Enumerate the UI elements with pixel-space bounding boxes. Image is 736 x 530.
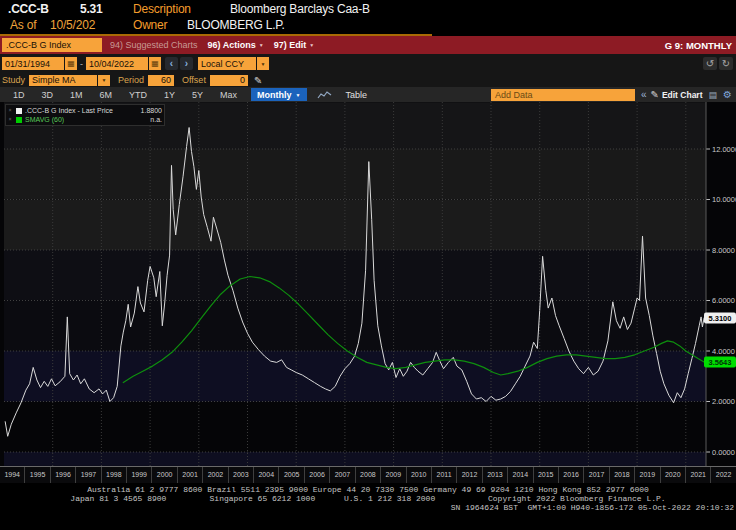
calendar-icon[interactable]: ▦	[65, 57, 77, 70]
smavg-badge-label: 3.5643	[709, 358, 732, 367]
caret-down-icon: ▼	[296, 92, 301, 98]
redo-button[interactable]: ↻	[719, 57, 733, 70]
band-6-8	[4, 250, 706, 301]
chart-legend[interactable]: « .CCC-B G Index - Last Price 1.8800 « S…	[5, 104, 165, 126]
legend-row-price[interactable]: « .CCC-B G Index - Last Price 1.8800	[8, 106, 162, 115]
ytick-label-0: 0.0000	[712, 448, 735, 457]
year-label-2018: 2018	[609, 467, 634, 484]
tab-range-6m[interactable]: 6M	[96, 90, 117, 100]
tab-range-5y[interactable]: 5Y	[188, 90, 207, 100]
calendar-icon[interactable]: ▦	[149, 57, 161, 70]
tab-range-1m[interactable]: 1M	[66, 90, 87, 100]
tab-range-ytd[interactable]: YTD	[125, 90, 151, 100]
smavg-series-label: SMAVG (60)	[25, 116, 64, 123]
footer-contact-line1: Australia 61 2 9777 8600 Brazil 5511 239…	[0, 486, 736, 494]
edit-chart-button[interactable]: Edit Chart	[662, 90, 703, 100]
asof-value: 10/5/202	[50, 17, 95, 33]
price-series-swatch	[16, 108, 22, 114]
offset-input[interactable]: 0	[210, 75, 248, 86]
date-from-input[interactable]: 01/31/1994	[2, 57, 64, 70]
year-label-1997: 1997	[75, 467, 100, 484]
year-label-2009: 2009	[380, 467, 405, 484]
price-series-label: .CCC-B G Index - Last Price	[25, 107, 113, 114]
legend-expand-icon[interactable]: «	[8, 117, 14, 122]
bloomberg-terminal-window: .CCC-B 5.31 Description Bloomberg Barcla…	[0, 0, 736, 530]
price-chart[interactable]: 0.00002.00004.00006.00008.000010.000012.…	[0, 102, 736, 466]
band-4-6	[4, 301, 706, 352]
last-price-value: 5.31	[80, 1, 103, 17]
year-label-2016: 2016	[558, 467, 583, 484]
undo-button[interactable]: ↺	[703, 57, 717, 70]
year-label-2017: 2017	[583, 467, 608, 484]
year-label-2004: 2004	[253, 467, 278, 484]
caret-down-icon[interactable]: ▼	[257, 57, 269, 70]
edit-menu-button[interactable]: 97) Edit▼	[274, 40, 314, 50]
collapse-panel-icon[interactable]: «	[641, 89, 647, 100]
year-label-2015: 2015	[533, 467, 558, 484]
tab-table[interactable]: Table	[346, 90, 368, 100]
frequency-select[interactable]: Monthly▼	[251, 88, 306, 101]
year-label-2006: 2006	[304, 467, 329, 484]
period-input[interactable]: 60	[148, 75, 174, 86]
study-label: Study	[2, 75, 25, 85]
year-label-2005: 2005	[278, 467, 303, 484]
add-data-input[interactable]: Add Data	[491, 89, 635, 101]
band-8-10	[4, 200, 706, 251]
year-label-2001: 2001	[177, 467, 202, 484]
security-input[interactable]: .CCC-B G Index	[2, 38, 102, 52]
ytick-label-4: 4.0000	[712, 347, 735, 356]
gear-icon[interactable]: ⚙	[723, 89, 732, 100]
ytick-label-12: 12.0000	[712, 145, 736, 154]
year-label-2020: 2020	[660, 467, 685, 484]
year-label-2012: 2012	[456, 467, 481, 484]
ytick-label-2: 2.0000	[712, 397, 735, 406]
owner-label: Owner	[133, 17, 167, 33]
description-label: Description	[133, 1, 191, 17]
smavg-series-swatch	[16, 117, 22, 123]
year-label-2007: 2007	[329, 467, 354, 484]
study-toolbar: Study Simple MA ▼ Period 60 Offset 0 ✎	[0, 73, 736, 87]
band-0-2	[4, 402, 706, 453]
year-label-2002: 2002	[202, 467, 227, 484]
year-label-2010: 2010	[406, 467, 431, 484]
year-label-1994: 1994	[0, 467, 24, 484]
actions-menu-button[interactable]: 96) Actions▼	[208, 40, 264, 50]
prev-period-button[interactable]: ‹	[165, 57, 178, 70]
legend-row-smavg[interactable]: « SMAVG (60) n.a.	[8, 115, 162, 124]
security-ticker: .CCC-B	[8, 1, 49, 17]
smavg-series-value: n.a.	[150, 116, 162, 123]
year-label-2011: 2011	[431, 467, 456, 484]
caret-down-icon[interactable]: ▼	[98, 75, 110, 86]
study-select[interactable]: Simple MA	[29, 75, 97, 86]
period-label: Period	[118, 75, 144, 85]
legend-expand-icon[interactable]: «	[8, 108, 14, 113]
band-10-12	[4, 149, 706, 200]
pencil-icon[interactable]: ✎	[651, 89, 659, 100]
tab-range-3d[interactable]: 3D	[38, 90, 58, 100]
year-label-2022: 2022	[710, 467, 735, 484]
chart-area[interactable]: 0.00002.00004.00006.00008.000010.000012.…	[0, 102, 736, 466]
tab-range-max[interactable]: Max	[216, 90, 241, 100]
next-period-button[interactable]: ›	[180, 57, 193, 70]
terminal-footer: Australia 61 2 9777 8600 Brazil 5511 239…	[0, 483, 736, 530]
year-label-2019: 2019	[634, 467, 659, 484]
year-label-2008: 2008	[355, 467, 380, 484]
pencil-icon[interactable]: ✎	[254, 75, 262, 86]
ytick-label-8: 8.0000	[712, 246, 735, 255]
caret-down-icon: ▼	[309, 42, 314, 48]
date-separator: -	[80, 59, 83, 69]
suggested-charts-button[interactable]: 94) Suggested Charts	[110, 40, 198, 50]
year-label-2013: 2013	[482, 467, 507, 484]
function-bar: .CCC-B G Index 94) Suggested Charts 96) …	[0, 36, 736, 54]
range-tabs: 1D3D1M6MYTD1Y5YMax	[0, 90, 241, 100]
date-to-input[interactable]: 10/04/2022	[86, 57, 148, 70]
currency-select[interactable]: Local CCY	[198, 57, 256, 70]
date-range-toolbar: 01/31/1994 ▦ - 10/04/2022 ▦ ‹ › Local CC…	[0, 54, 736, 73]
chart-panel-icon[interactable]: ▤	[709, 90, 718, 100]
tab-range-1d[interactable]: 1D	[9, 90, 29, 100]
year-label-1998: 1998	[101, 467, 126, 484]
footer-session-info: SN 1964624 BST GMT+1:00 H940-1856-172 05…	[0, 504, 736, 512]
tab-range-1y[interactable]: 1Y	[160, 90, 179, 100]
line-chart-icon[interactable]	[317, 90, 332, 100]
last-price-badge-label: 5.3100	[709, 314, 732, 323]
